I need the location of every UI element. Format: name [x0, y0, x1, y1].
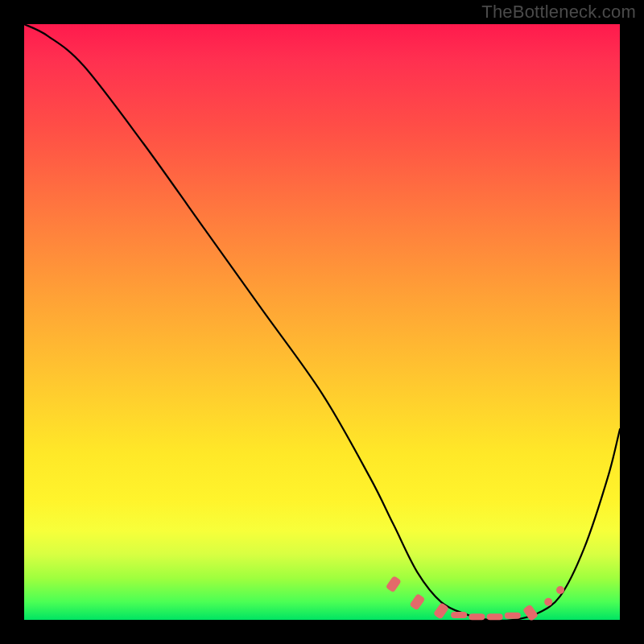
marker-pill	[409, 593, 425, 611]
marker-pill	[386, 576, 402, 593]
curve-svg	[24, 24, 620, 620]
marker-pill	[522, 604, 539, 621]
plot-area	[24, 24, 620, 620]
markers-group	[386, 576, 564, 621]
marker-dot	[544, 598, 552, 606]
marker-dash	[487, 613, 503, 620]
marker-dash	[451, 612, 467, 618]
marker-dash	[469, 613, 485, 620]
bottleneck-curve	[24, 24, 620, 621]
marker-dash	[505, 613, 521, 619]
chart-frame: TheBottleneck.com	[0, 0, 644, 644]
marker-dot	[556, 586, 564, 594]
marker-pill	[433, 602, 449, 620]
watermark-text: TheBottleneck.com	[481, 2, 636, 23]
